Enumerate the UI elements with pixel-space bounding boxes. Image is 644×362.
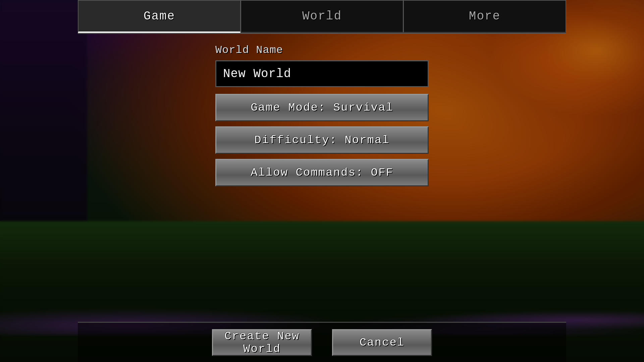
- game-mode-button[interactable]: Game Mode: Survival: [215, 94, 429, 121]
- tab-world[interactable]: World: [240, 0, 403, 33]
- cancel-button[interactable]: Cancel: [332, 329, 432, 356]
- allow-commands-button[interactable]: Allow Commands: OFF: [215, 159, 429, 186]
- bottom-bar: Create New World Cancel: [78, 322, 566, 362]
- tab-more[interactable]: More: [403, 0, 566, 33]
- tab-bar: Game World More: [78, 0, 566, 34]
- world-name-input[interactable]: [215, 60, 429, 87]
- tab-game[interactable]: Game: [78, 0, 240, 33]
- create-world-button[interactable]: Create New World: [212, 329, 312, 356]
- world-name-label: World Name: [215, 44, 429, 56]
- form-area: World Name Game Mode: Survival Difficult…: [78, 34, 566, 322]
- main-content: Game World More World Name Game Mode: Su…: [0, 0, 644, 362]
- difficulty-button[interactable]: Difficulty: Normal: [215, 126, 429, 154]
